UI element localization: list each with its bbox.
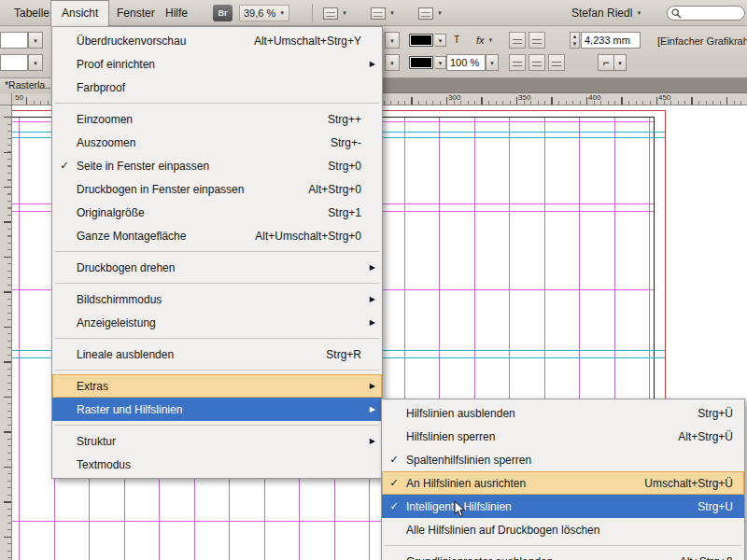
vertical-ruler[interactable]	[0, 105, 12, 560]
menu-separator	[52, 366, 382, 374]
stroke-dropdown-button[interactable]: ▼	[435, 56, 446, 69]
menu-item-alle-hilfslinien-loeschen[interactable]: Alle Hilfslinien auf Druckbogen löschen	[382, 518, 744, 541]
menu-item-proof-einrichten[interactable]: Proof einrichten	[52, 52, 382, 76]
offset-stepper[interactable]: ▲▼	[570, 32, 580, 49]
combo-dropdown-button[interactable]: ▼	[385, 54, 400, 71]
menu-item-hilfslinien-sperren[interactable]: Hilfslinien sperrenAlt+Strg+Ü	[382, 425, 744, 448]
align-option-icon[interactable]	[548, 54, 565, 71]
menu-hilfe[interactable]: Hilfe	[155, 0, 198, 26]
chevron-down-icon: ▼	[632, 10, 641, 16]
corner-dropdown-button[interactable]: ▼	[614, 54, 627, 71]
menu-item-originalgroesse[interactable]: OriginalgrößeStrg+1	[52, 201, 382, 224]
menu-item-an-hilfslinien-ausrichten[interactable]: An Hilfslinien ausrichtenUmschalt+Strg+Ü	[382, 471, 744, 495]
submenu-arrow-icon	[370, 398, 375, 421]
menu-item-auszoomen[interactable]: AuszoomenStrg+-	[52, 131, 382, 154]
style-combo-fragment[interactable]	[0, 54, 28, 71]
application-window: 50300350400450 Tabelle Ansicht Fenster H…	[0, 0, 747, 560]
chevron-down-icon: ▼	[386, 10, 395, 16]
submenu-arrow-icon	[370, 429, 375, 453]
mouse-cursor	[454, 500, 466, 518]
menu-item-ueberdruckenvorschau[interactable]: ÜberdruckenvorschauAlt+Umschalt+Strg+Y	[52, 29, 382, 52]
menu-item-lineale-ausblenden[interactable]: Lineale ausblendenStrg+R	[52, 343, 382, 366]
menu-separator	[52, 421, 382, 429]
toolbar-divider	[312, 4, 313, 22]
checkmark-icon	[382, 477, 406, 489]
submenu-arrow-icon	[370, 311, 375, 334]
menu-item-spaltenhilfslinien-sperren[interactable]: Spaltenhilfslinien sperren	[382, 448, 744, 471]
fill-dropdown-button[interactable]: ▼	[435, 34, 446, 47]
search-icon	[671, 8, 682, 19]
menu-ansicht[interactable]: Ansicht	[50, 0, 109, 26]
chevron-down-icon: ▼	[485, 37, 494, 43]
ruler-label: 350	[518, 93, 530, 102]
ruler-label: 400	[588, 93, 600, 102]
menu-item-ganze-montageflaeche[interactable]: Ganze MontageflächeAlt+Umschalt+Strg+0	[52, 224, 382, 247]
stroke-color-swatch[interactable]	[409, 56, 433, 69]
ruler-label: 450	[658, 93, 670, 102]
menu-bar: Tabelle Ansicht Fenster Hilfe Br 39,6 %▼…	[0, 0, 747, 26]
ruler-label: 50	[15, 93, 23, 102]
submenu-arrow-icon	[370, 287, 375, 311]
effects-button[interactable]: fx▼	[476, 35, 494, 46]
menu-item-seite-in-fenster-einpassen[interactable]: Seite in Fenster einpassenStrg+0	[52, 154, 382, 177]
combo-dropdown-button[interactable]: ▼	[28, 54, 43, 71]
checkmark-icon	[52, 160, 77, 172]
view-menu-dropdown: ÜberdruckenvorschauAlt+Umschalt+Strg+Y P…	[51, 26, 383, 479]
menu-item-farbproof[interactable]: Farbproof	[52, 76, 382, 99]
menu-separator	[52, 99, 382, 107]
wrap-options-icon[interactable]	[509, 32, 526, 49]
menu-separator	[52, 247, 382, 256]
menu-item-bildschirmmodus[interactable]: Bildschirmmodus	[52, 287, 382, 311]
menu-item-anzeigeleistung[interactable]: Anzeigeleistung	[52, 311, 382, 334]
menu-item-hilfslinien-ausblenden[interactable]: Hilfslinien ausblendenStrg+Ü	[382, 401, 744, 425]
screen-mode-button[interactable]: ▼	[416, 5, 445, 21]
fill-color-swatch[interactable]	[409, 34, 433, 47]
submenu-arrow-icon	[370, 374, 375, 398]
menu-separator	[52, 334, 382, 343]
ruler-corner[interactable]	[0, 93, 12, 105]
chevron-down-icon: ▼	[338, 10, 347, 16]
arrange-documents-button[interactable]: ▼	[368, 5, 398, 21]
chevron-down-icon: ▼	[433, 10, 443, 16]
style-combo-fragment[interactable]	[0, 32, 28, 49]
menu-item-struktur[interactable]: Struktur	[52, 429, 382, 453]
menu-item-textmodus[interactable]: Textmodus	[52, 453, 382, 476]
offset-field[interactable]: 4,233 mm	[581, 32, 641, 49]
search-input[interactable]	[682, 8, 738, 19]
submenu-arrow-icon	[370, 52, 375, 76]
wrap-options-icon[interactable]	[529, 32, 545, 49]
apply-to-text-icon[interactable]: T	[454, 35, 459, 45]
chevron-down-icon: ▼	[275, 10, 285, 16]
align-option-icon[interactable]	[509, 54, 526, 71]
menu-item-extras[interactable]: Extras	[52, 374, 382, 398]
opacity-dropdown-button[interactable]: ▼	[486, 54, 499, 71]
corner-options-icon: ⌐	[602, 56, 609, 69]
menu-separator	[52, 279, 382, 287]
corner-options-button[interactable]: ⌐	[598, 54, 614, 71]
menu-item-raster-und-hilfslinien[interactable]: Raster und Hilfslinien	[52, 398, 382, 421]
menu-item-intelligente-hilfslinien[interactable]: Intelligente HilfslinienStrg+U	[382, 495, 744, 518]
submenu-arrow-icon	[370, 256, 375, 279]
screen-mode-icon	[418, 7, 433, 20]
menu-item-einzoomen[interactable]: EinzoomenStrg++	[52, 107, 382, 131]
menu-item-druckbogen-in-fenster-einpassen[interactable]: Druckbogen in Fenster einpassenAlt+Strg+…	[52, 177, 382, 201]
object-style-label: [Einfacher Grafikrah	[657, 35, 747, 47]
menu-separator	[382, 541, 744, 550]
combo-dropdown-button[interactable]: ▼	[28, 32, 43, 49]
zoom-level-value: 39,6 %	[244, 7, 275, 19]
align-option-icon[interactable]	[529, 54, 545, 71]
checkmark-icon	[382, 500, 406, 512]
view-options-icon	[323, 7, 338, 20]
ruler-label: 300	[448, 93, 460, 102]
workspace-name: Stefan Riedl	[571, 7, 632, 20]
opacity-field[interactable]: 100 %	[446, 54, 486, 71]
menu-item-druckbogen-drehen[interactable]: Druckbogen drehen	[52, 256, 382, 279]
arrange-documents-icon	[371, 7, 386, 20]
zoom-level-dropdown[interactable]: 39,6 %▼	[239, 5, 289, 21]
search-box[interactable]	[667, 6, 745, 21]
view-options-button[interactable]: ▼	[320, 5, 350, 21]
workspace-switcher[interactable]: Stefan Riedl▼	[571, 0, 641, 26]
bridge-icon[interactable]: Br	[213, 5, 233, 21]
combo-dropdown-button[interactable]: ▼	[385, 32, 400, 49]
menu-item-grundlinienraster-ausblenden[interactable]: Grundlinienraster ausblendenAlt+Strg+ß	[382, 550, 744, 560]
